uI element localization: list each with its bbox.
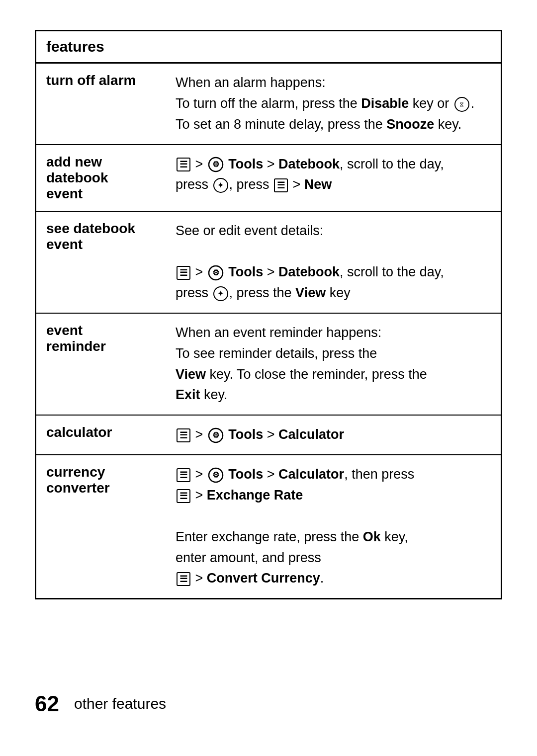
feature-desc-reminder: When an event reminder happens: To see r… xyxy=(166,313,501,415)
menu-icon: ☰ xyxy=(177,158,190,171)
tools-icon: ⚙ xyxy=(208,265,224,281)
convert-currency-label: Convert Currency xyxy=(207,571,320,586)
view-key-label2: View xyxy=(176,367,206,382)
page-container: features turn off alarm When an alarm ha… xyxy=(0,0,537,756)
tools-label: Tools xyxy=(228,427,263,442)
calculator-label: Calculator xyxy=(278,427,344,442)
feature-desc-calculator: ☰ > ⚙ Tools > Calculator xyxy=(166,415,501,455)
feature-desc-see-datebook: See or edit event details: ☰ > ⚙ Tools >… xyxy=(166,211,501,313)
nav-icon xyxy=(213,286,228,301)
table-row: turn off alarm When an alarm happens: To… xyxy=(36,63,501,145)
calculator-label2: Calculator xyxy=(278,467,344,482)
clock-icon: ⧖ xyxy=(454,97,469,112)
svg-text:⚙: ⚙ xyxy=(212,471,219,479)
menu-icon: ☰ xyxy=(177,266,190,280)
menu-icon: ☰ xyxy=(177,572,190,586)
svg-text:⚙: ⚙ xyxy=(212,431,219,439)
page-footer: 62 other features xyxy=(35,691,502,716)
tools-label: Tools xyxy=(228,467,263,482)
menu-icon: ☰ xyxy=(274,178,288,192)
feature-name-see-datebook: see datebookevent xyxy=(36,211,166,313)
features-table: features turn off alarm When an alarm ha… xyxy=(35,30,502,599)
page-number: 62 xyxy=(35,691,59,716)
table-row: eventreminder When an event reminder hap… xyxy=(36,313,501,415)
feature-desc-currency: ☰ > ⚙ Tools > Calculator, then press ☰ >… xyxy=(166,455,501,598)
feature-name-currency: currencyconverter xyxy=(36,455,166,598)
table-section: features turn off alarm When an alarm ha… xyxy=(35,30,502,599)
tools-icon: ⚙ xyxy=(208,467,224,483)
exit-key-label: Exit xyxy=(176,387,200,402)
menu-icon: ☰ xyxy=(177,489,190,503)
table-row: see datebookevent See or edit event deta… xyxy=(36,211,501,313)
table-row: add newdatebookevent ☰ > ⚙ Tools > Dateb… xyxy=(36,145,501,211)
datebook-label: Datebook xyxy=(278,264,340,279)
feature-name-add-datebook: add newdatebookevent xyxy=(36,145,166,211)
tools-icon: ⚙ xyxy=(208,427,224,443)
tools-label: Tools xyxy=(228,264,263,279)
menu-icon: ☰ xyxy=(177,468,190,482)
tools-icon: ⚙ xyxy=(208,157,224,172)
datebook-label: Datebook xyxy=(278,157,340,171)
exchange-rate-label: Exchange Rate xyxy=(207,488,303,503)
footer-text: other features xyxy=(74,695,166,712)
ok-key-label: Ok xyxy=(363,529,381,544)
snooze-key-label: Snooze xyxy=(386,117,434,132)
table-row: calculator ☰ > ⚙ Tools > Calculator xyxy=(36,415,501,455)
menu-icon: ☰ xyxy=(177,428,190,442)
new-label: New xyxy=(304,177,332,192)
feature-name-calculator: calculator xyxy=(36,415,166,455)
disable-key-label: Disable xyxy=(361,96,409,111)
feature-desc-add-datebook: ☰ > ⚙ Tools > Datebook, scroll to the da… xyxy=(166,145,501,211)
feature-name-alarm: turn off alarm xyxy=(36,63,166,145)
feature-desc-alarm: When an alarm happens: To turn off the a… xyxy=(166,63,501,145)
tools-label: Tools xyxy=(228,157,263,171)
feature-name-reminder: eventreminder xyxy=(36,313,166,415)
svg-text:⚙: ⚙ xyxy=(212,160,219,168)
table-header-cell: features xyxy=(36,31,501,63)
svg-text:⚙: ⚙ xyxy=(212,268,219,277)
view-key-label: View xyxy=(295,285,326,300)
table-header-row: features xyxy=(36,31,501,63)
table-row: currencyconverter ☰ > ⚙ Tools > Calculat… xyxy=(36,455,501,598)
nav-icon xyxy=(213,178,228,193)
